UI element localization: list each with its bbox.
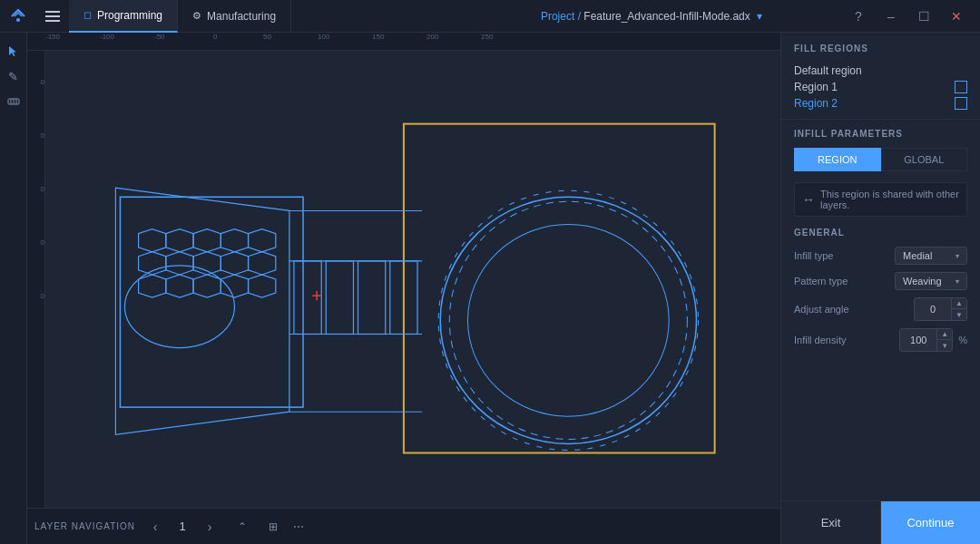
ruler-top: -150 -100 -50 0 50 100 150 200 250: [27, 33, 780, 51]
help-button[interactable]: ?: [846, 4, 871, 29]
ruler-tick-50neg: -50: [154, 33, 165, 41]
continue-label: Continue: [906, 516, 954, 529]
region1-label: Region 1: [794, 81, 838, 93]
maximize-button[interactable]: ☐: [911, 4, 936, 29]
tab-region[interactable]: REGION: [794, 148, 881, 171]
layer-nav-label: LAYER NAVIGATION: [34, 521, 135, 531]
exit-label: Exit: [821, 516, 841, 529]
canvas-svg: [45, 51, 780, 508]
infill-density-down-button[interactable]: ▼: [937, 340, 952, 351]
svg-point-0: [16, 18, 20, 22]
left-sidebar: ✎: [0, 33, 27, 544]
infill-density-label: Infill density: [794, 335, 846, 345]
main-area: ✎ -150 -100 -50 0 50 100 150 200 250 0 0…: [0, 33, 980, 544]
dropdown-arrow-icon: ▾: [956, 252, 959, 260]
adjust-angle-label: Adjust angle: [794, 304, 849, 315]
ruler-left: 0 0 0 0 0: [27, 51, 45, 544]
dots-icon[interactable]: ⋯: [288, 516, 309, 538]
region-item-2[interactable]: Region 2: [794, 95, 967, 112]
programming-tab-label: Programming: [97, 9, 162, 22]
chevron-down-icon: ▾: [757, 10, 762, 23]
density-unit: %: [958, 335, 967, 345]
layer-next-button[interactable]: ›: [197, 514, 222, 539]
layer-up-button[interactable]: ⌃: [230, 514, 255, 539]
grid-icon[interactable]: ⊞: [262, 516, 284, 538]
fill-regions-section: FILL REGIONS Default region Region 1 Reg…: [781, 33, 980, 120]
pattern-type-row: Pattern type Weaving ▾: [794, 272, 967, 290]
close-button[interactable]: ✕: [944, 4, 969, 29]
hamburger-button[interactable]: [36, 0, 69, 33]
shared-notice: ↔ This region is shared with other layer…: [794, 182, 967, 217]
sync-icon: ↔: [802, 192, 815, 207]
adjust-angle-up-button[interactable]: ▲: [952, 298, 966, 309]
tab-global-label: GLOBAL: [904, 154, 944, 165]
default-region-label: Default region: [794, 64, 862, 77]
measure-tool-button[interactable]: [3, 91, 24, 112]
ruler-tick-50: 50: [263, 33, 271, 41]
adjust-angle-row: Adjust angle 0 ▲ ▼: [794, 297, 967, 321]
manufacturing-tab-icon: ⚙: [192, 10, 201, 22]
region-item-default[interactable]: Default region: [794, 63, 967, 79]
app-logo: [0, 0, 36, 33]
minimize-button[interactable]: –: [878, 4, 904, 29]
filename: Feature_Advanced-Infill-Mode.adx: [583, 10, 750, 23]
top-bar: ◻ Programming ⚙ Manufacturing Project / …: [0, 0, 980, 33]
canvas-area[interactable]: -150 -100 -50 0 50 100 150 200 250 0 0 0…: [27, 33, 780, 544]
edit-tool-button[interactable]: ✎: [3, 65, 24, 87]
adjust-angle-steppers: ▲ ▼: [951, 298, 966, 320]
programming-tab-icon: ◻: [83, 9, 92, 21]
general-title: GENERAL: [794, 228, 967, 238]
infill-density-up-button[interactable]: ▲: [937, 329, 952, 340]
project-path: Project / Feature_Advanced-Infill-Mode.a…: [457, 10, 846, 23]
ruler-tick-0: 0: [213, 33, 217, 41]
adjust-angle-value: 0: [915, 301, 951, 317]
top-controls: ? – ☐ ✕: [846, 4, 980, 29]
infill-parameters-title: INFILL PARAMETERS: [794, 129, 967, 139]
infill-density-row: Infill density 100 ▲ ▼ %: [794, 328, 967, 352]
infill-type-label: Infill type: [794, 250, 833, 261]
ruler-tick-100neg: -100: [100, 33, 114, 41]
region2-label: Region 2: [794, 97, 838, 110]
right-panel: FILL REGIONS Default region Region 1 Reg…: [780, 33, 980, 544]
pattern-type-dropdown[interactable]: Weaving ▾: [895, 272, 967, 290]
region1-icon: [955, 81, 967, 93]
layer-number: 1: [168, 520, 197, 533]
layer-navigation: LAYER NAVIGATION ‹ 1 › ⌃: [34, 514, 255, 539]
shared-notice-text: This region is shared with other layers.: [820, 189, 959, 210]
svg-rect-5: [47, 51, 779, 508]
tab-global[interactable]: GLOBAL: [881, 148, 968, 171]
infill-density-input: 100 ▲ ▼: [899, 328, 953, 352]
infill-type-dropdown[interactable]: Medial ▾: [895, 247, 967, 265]
adjust-angle-control: 0 ▲ ▼: [914, 297, 967, 321]
bottom-icons: ⊞ ⋯: [262, 516, 309, 538]
bottom-bar: LAYER NAVIGATION ‹ 1 › ⌃ ⊞ ⋯: [27, 508, 780, 544]
infill-density-control: 100 ▲ ▼ %: [899, 328, 967, 352]
adjust-angle-input: 0 ▲ ▼: [914, 297, 967, 321]
exit-button[interactable]: Exit: [781, 501, 881, 544]
fill-regions-title: FILL REGIONS: [794, 44, 967, 53]
chevron-right-icon: ›: [208, 520, 212, 534]
pattern-type-value: Weaving: [903, 276, 942, 287]
infill-density-steppers: ▲ ▼: [936, 329, 952, 351]
manufacturing-tab-label: Manufacturing: [207, 10, 276, 23]
infill-type-value: Medial: [903, 250, 932, 261]
project-label: Project: [541, 10, 574, 23]
region-item-1[interactable]: Region 1: [794, 79, 967, 95]
adjust-angle-down-button[interactable]: ▼: [952, 309, 966, 320]
infill-density-value: 100: [900, 332, 936, 348]
tab-programming[interactable]: ◻ Programming: [69, 0, 178, 33]
panel-bottom: Exit Continue: [781, 500, 980, 544]
up-arrow-icon: ⌃: [238, 520, 247, 533]
infill-type-row: Infill type Medial ▾: [794, 247, 967, 265]
chevron-left-icon: ‹: [153, 520, 158, 534]
layer-prev-button[interactable]: ‹: [142, 514, 168, 539]
ruler-tick-150: 150: [372, 33, 384, 41]
select-tool-button[interactable]: [3, 40, 24, 62]
ruler-tick-200: 200: [426, 33, 438, 41]
tab-manufacturing[interactable]: ⚙ Manufacturing: [178, 0, 291, 33]
continue-button[interactable]: Continue: [881, 501, 980, 544]
ruler-tick-150neg: -150: [45, 33, 60, 41]
tab-region-label: REGION: [818, 154, 857, 165]
infill-parameters-section: INFILL PARAMETERS REGION GLOBAL ↔ This r…: [781, 120, 980, 500]
dropdown-arrow-2-icon: ▾: [956, 277, 959, 286]
